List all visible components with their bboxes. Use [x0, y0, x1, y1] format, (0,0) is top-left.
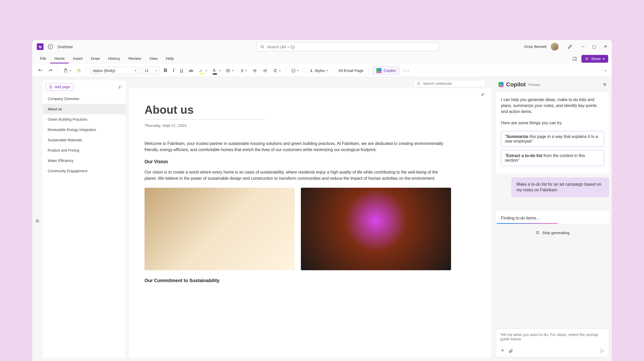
svg-point-12 [417, 82, 419, 84]
toolbar: ▾ Aptos (Body)▾ 11▾ B I U ab ▾ A▾ ▾ ▾ ▾ … [32, 64, 612, 77]
page-item[interactable]: Water Efficiency [43, 155, 125, 166]
suggestion-button[interactable]: "Extract a to-do list from the content i… [501, 150, 604, 166]
copilot-textarea[interactable] [500, 332, 605, 345]
close-icon[interactable]: ✕ [604, 45, 607, 49]
highlight-button[interactable]: ▾ [197, 66, 209, 75]
svg-point-0 [48, 44, 53, 49]
page-item[interactable]: Community Engagement [43, 166, 125, 176]
svg-rect-2 [573, 57, 576, 60]
editor[interactable]: About us Thursday, Sept 21, 2023 Welcome… [129, 88, 491, 358]
styles-button[interactable]: Styles▾ [308, 67, 329, 74]
doc-heading[interactable]: Our Commitment to Sustainability [145, 278, 451, 283]
tab-review[interactable]: Review [124, 54, 145, 63]
copilot-welcome: I can help you generate ideas, make to-d… [496, 92, 609, 174]
tab-draw[interactable]: Draw [87, 54, 104, 63]
copilot-button[interactable]: Copilot [372, 66, 400, 75]
paste-button[interactable]: ▾ [62, 67, 72, 74]
suggestion-button[interactable]: "Summarize this page in a way that expla… [501, 131, 604, 147]
page-title[interactable]: About us [145, 103, 266, 120]
page-item[interactable]: Sustainable Materials [43, 135, 125, 145]
search-input[interactable] [267, 45, 435, 49]
welcome-subtext: Here are some things you can try [501, 120, 604, 126]
format-painter-button[interactable] [75, 67, 83, 74]
add-page-button[interactable]: Add page [46, 83, 73, 91]
minimize-icon[interactable]: ─ [582, 45, 584, 49]
outdent-button[interactable] [251, 67, 259, 74]
app-window: N OneNote Omar Bennett ─ ▢ ✕ File Home I… [32, 40, 612, 361]
svg-point-1 [261, 45, 263, 48]
tab-history[interactable]: History [104, 54, 124, 63]
notebook-search[interactable] [413, 80, 486, 87]
ribbon-chevron-icon[interactable]: ▾ [603, 68, 608, 73]
hamburger-icon[interactable] [35, 81, 40, 361]
sparkle-icon[interactable] [500, 349, 505, 353]
tag-button[interactable]: ▾ [290, 67, 300, 74]
doc-paragraph[interactable]: Welcome to Fabrikam, your trusted partne… [145, 141, 451, 153]
font-size-select[interactable]: 11▾ [142, 67, 160, 74]
tab-insert[interactable]: Insert [69, 54, 87, 63]
copilot-preview-badge: Preview [528, 83, 540, 87]
tab-help[interactable]: Help [162, 54, 178, 63]
underline-button[interactable]: U [179, 67, 185, 74]
close-icon[interactable]: ✕ [603, 82, 607, 87]
indent-button[interactable] [261, 67, 269, 74]
strikethrough-button[interactable]: ab [187, 67, 195, 74]
copilot-panel: Copilot Preview ✕ I can help you generat… [493, 77, 612, 361]
sort-icon[interactable] [118, 85, 122, 89]
redo-button[interactable] [47, 67, 54, 74]
page-date: Thursday, Sept 21, 2023 [145, 123, 476, 128]
attachment-icon[interactable] [509, 349, 513, 353]
app-icon-letter: N [39, 45, 42, 49]
doc-heading[interactable]: Our Vision [145, 159, 451, 165]
more-button[interactable]: ··· [402, 67, 411, 75]
svg-point-7 [227, 70, 227, 71]
page-item[interactable]: Green Building Practices [43, 114, 125, 125]
stop-generating-button[interactable]: Stop generating [496, 227, 609, 238]
tab-home[interactable]: Home [50, 54, 69, 63]
copilot-title: Copilot [506, 81, 526, 88]
user-name[interactable]: Omar Bennett [524, 45, 547, 49]
font-color-button[interactable]: A▾ [211, 66, 222, 76]
email-page-button[interactable]: Email Page [337, 67, 365, 74]
bullet-list-button[interactable]: ▾ [225, 67, 235, 74]
doc-image[interactable] [145, 188, 295, 270]
font-name-select[interactable]: Aptos (Body)▾ [90, 67, 139, 74]
send-icon[interactable] [600, 348, 605, 354]
avatar[interactable] [551, 43, 558, 51]
copilot-icon [498, 82, 504, 87]
global-search[interactable] [256, 42, 439, 51]
notebook-search-input[interactable] [423, 81, 482, 86]
maximize-icon[interactable]: ▢ [592, 45, 596, 49]
tab-file[interactable]: File [36, 54, 50, 63]
page-item[interactable]: Company Overview [43, 94, 125, 104]
back-icon[interactable] [48, 44, 53, 50]
doc-paragraph[interactable]: Our vision is to create a world where ev… [145, 169, 451, 182]
loading-card: Finding to-do items... [496, 211, 609, 224]
welcome-text: I can help you generate ideas, make to-d… [501, 97, 604, 115]
page-item[interactable]: Renewable Energy Integration [43, 125, 125, 135]
bold-button[interactable]: B [162, 67, 169, 74]
mode-switch-icon[interactable] [572, 56, 577, 61]
loading-text: Finding to-do items... [501, 216, 539, 220]
copilot-input[interactable] [496, 329, 609, 357]
share-icon [585, 57, 589, 61]
loading-bar [496, 223, 558, 224]
svg-rect-10 [339, 69, 343, 72]
italic-button[interactable]: I [171, 67, 176, 74]
page-list: Add page Company Overview About us Green… [43, 80, 125, 358]
app-name: OneNote [57, 45, 73, 49]
number-list-button[interactable]: ▾ [238, 67, 248, 74]
pen-icon[interactable] [567, 44, 573, 50]
search-icon [260, 45, 264, 49]
align-button[interactable]: ▾ [272, 67, 282, 74]
svg-point-6 [227, 69, 227, 70]
doc-image[interactable] [301, 188, 451, 270]
share-button[interactable]: Share ▾ [581, 55, 608, 63]
undo-button[interactable] [36, 67, 44, 74]
page-item[interactable]: Product and Pricing [43, 145, 125, 155]
page-item[interactable]: About us [43, 104, 125, 114]
user-message: Make a to-do list for an ad campaign bas… [511, 177, 609, 197]
expand-icon[interactable] [480, 92, 485, 97]
window-controls: ─ ▢ ✕ [582, 45, 607, 49]
tab-view[interactable]: View [145, 54, 162, 63]
